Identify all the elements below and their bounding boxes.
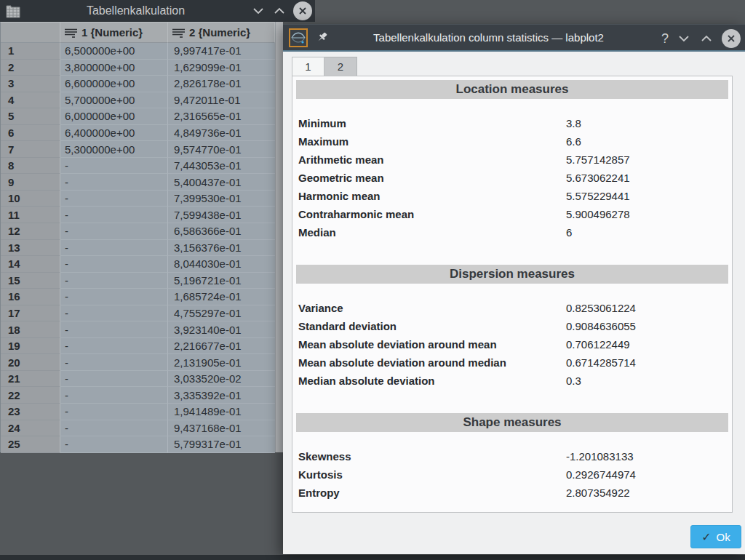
column-header-1[interactable]: 1 {Numeric} [60,23,168,43]
row-header[interactable]: 10 [1,191,60,207]
cell-column-1[interactable]: - [60,404,168,420]
cell-column-2[interactable]: 9,574770e-01 [168,141,275,158]
cell-column-1[interactable]: 5,300000e+00 [60,141,168,158]
cell-column-1[interactable]: - [60,436,168,453]
stat-row: Minimum3.8 [298,114,732,132]
cell-column-1[interactable]: - [60,354,168,371]
corner-cell[interactable] [1,23,60,43]
pin-icon[interactable] [315,31,330,45]
cell-column-2[interactable]: 3,335392e-01 [168,387,275,404]
section-rows: Variance0.8253061224Standard deviation0.… [292,284,732,409]
spreadsheet-vertical-scrollbar[interactable] [275,22,283,452]
cell-column-1[interactable]: 3,800000e+00 [60,60,168,76]
row-header[interactable]: 9 [1,174,60,191]
cell-column-1[interactable]: - [60,223,168,240]
row-header[interactable]: 3 [1,76,60,92]
tab-column-1[interactable]: 1 [292,57,324,76]
cell-column-2[interactable]: 7,599438e-01 [168,207,275,223]
row-header[interactable]: 22 [1,387,60,404]
cell-column-1[interactable]: 6,400000e+00 [60,125,168,142]
cell-column-2[interactable]: 3,923140e-01 [168,321,275,338]
dialog-maximize-button[interactable] [699,33,714,44]
cell-column-2[interactable]: 9,997417e-01 [168,43,275,60]
row-header[interactable]: 25 [1,436,60,453]
ok-button[interactable]: ✓ Ok [690,525,741,548]
dialog-titlebar[interactable]: Tabellenkalkulation column statistics — … [283,24,745,52]
cell-column-1[interactable]: - [60,191,168,207]
cell-column-1[interactable]: 5,700000e+00 [60,92,168,109]
row-header[interactable]: 16 [1,289,60,305]
row-header[interactable]: 13 [1,240,60,257]
spreadsheet-titlebar[interactable]: Tabellenkalkulation [0,0,315,22]
dialog-shade-button[interactable] [677,33,691,44]
cell-column-1[interactable]: - [60,305,168,322]
row-header[interactable]: 14 [1,256,60,273]
cell-column-1[interactable]: 6,600000e+00 [60,76,168,92]
row-header[interactable]: 15 [1,273,60,289]
stat-value: 0.9084636055 [566,317,732,335]
cell-column-1[interactable]: 6,500000e+00 [60,43,168,60]
row-header[interactable]: 2 [1,60,60,76]
cell-column-2[interactable]: 7,399530e-01 [168,191,275,207]
cell-column-2[interactable]: 6,586366e-01 [168,223,275,240]
dialog-help-button[interactable]: ? [661,31,669,47]
cell-column-1[interactable]: - [60,240,168,257]
cell-column-2[interactable]: 3,033520e-02 [168,371,275,388]
cell-column-2[interactable]: 5,400437e-01 [168,174,275,191]
cell-column-2[interactable]: 8,044030e-01 [168,256,275,273]
cell-column-2[interactable]: 1,941489e-01 [168,404,275,420]
tab-column-2[interactable]: 2 [324,57,357,76]
cell-column-1[interactable]: - [60,256,168,273]
row-header[interactable]: 12 [1,223,60,240]
stat-row: Standard deviation0.9084636055 [298,317,732,335]
cell-column-1[interactable]: - [60,371,168,388]
cell-column-2[interactable]: 9,472011e-01 [168,92,275,109]
cell-column-1[interactable]: - [60,420,168,437]
cell-column-1[interactable]: - [60,321,168,338]
row-header[interactable]: 20 [1,354,60,371]
cell-column-2[interactable]: 1,685724e-01 [168,289,275,305]
row-header[interactable]: 11 [1,207,60,223]
row-header[interactable]: 21 [1,371,60,388]
stat-row: Median absolute deviation0.3 [298,372,732,390]
row-header[interactable]: 18 [1,321,60,338]
cell-column-2[interactable]: 2,826178e-01 [168,76,275,92]
spreadsheet-close-button[interactable] [293,1,312,20]
spreadsheet-maximize-button[interactable] [272,6,287,16]
cell-column-2[interactable]: 5,196721e-01 [168,273,275,289]
cell-column-1[interactable]: - [60,387,168,404]
cell-column-2[interactable]: 9,437168e-01 [168,420,275,437]
cell-column-2[interactable]: 1,629099e-01 [168,60,275,76]
cell-column-1[interactable]: - [60,338,168,355]
cell-column-2[interactable]: 3,156376e-01 [168,240,275,257]
cell-column-1[interactable]: - [60,174,168,191]
dialog-close-button[interactable] [722,29,741,48]
cell-column-2[interactable]: 5,799317e-01 [168,436,275,453]
cell-column-1[interactable]: - [60,289,168,305]
row-header[interactable]: 17 [1,305,60,322]
column-header-2[interactable]: 2 {Numeric} [168,23,275,43]
stat-row: Median6 [298,223,732,241]
stat-value: 6 [566,223,732,241]
cell-column-2[interactable]: 2,131905e-01 [168,354,275,371]
row-header[interactable]: 4 [1,92,60,109]
stat-label: Mean absolute deviation around median [298,353,566,372]
row-header[interactable]: 23 [1,404,60,420]
spreadsheet-shade-button[interactable] [251,6,266,16]
row-header[interactable]: 6 [1,125,60,142]
cell-column-2[interactable]: 7,443053e-01 [168,158,275,175]
row-header[interactable]: 19 [1,338,60,355]
cell-column-1[interactable]: 6,000000e+00 [60,108,168,125]
cell-column-2[interactable]: 2,216677e-01 [168,338,275,355]
row-header[interactable]: 24 [1,420,60,437]
row-header[interactable]: 8 [1,158,60,175]
cell-column-2[interactable]: 4,849736e-01 [168,125,275,142]
cell-column-2[interactable]: 2,316565e-01 [168,108,275,125]
row-header[interactable]: 5 [1,108,60,125]
cell-column-1[interactable]: - [60,273,168,289]
row-header[interactable]: 7 [1,141,60,158]
row-header[interactable]: 1 [1,43,60,60]
cell-column-1[interactable]: - [60,158,168,175]
cell-column-1[interactable]: - [60,207,168,223]
cell-column-2[interactable]: 4,755297e-01 [168,305,275,322]
